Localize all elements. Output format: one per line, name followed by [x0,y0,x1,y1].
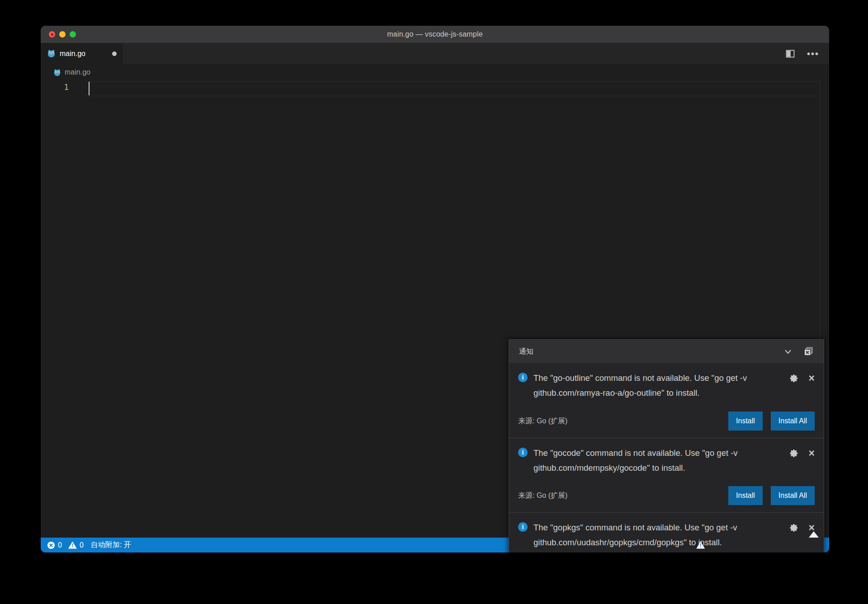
error-count: 0 [58,541,62,549]
notification-source: 来源: Go (扩展) [518,491,567,501]
notification-center: 通知 [509,339,824,552]
problems-indicator[interactable]: 0 0 [47,541,84,549]
editor-tab-bar: main.go ••• [41,43,829,64]
notifications-title: 通知 [519,347,533,356]
notification-message: The "gocode" command is not available. U… [533,445,783,475]
error-icon [47,541,55,549]
minimize-window-button[interactable] [59,31,66,37]
install-button[interactable]: Install [728,486,763,505]
text-cursor [89,82,90,95]
window-title: main.go — vscode-js-sample [387,30,483,38]
notification-source: 来源: Go (扩展) [518,417,567,426]
close-icon[interactable]: × [809,374,815,385]
unsaved-changes-dot[interactable] [112,52,117,56]
notification-item: i The "go-outline" command is not availa… [509,363,824,438]
info-icon: i [518,448,528,457]
auto-attach-toggle[interactable]: 自动附加: 开 [91,540,131,550]
go-gopher-icon [53,69,61,76]
notification-message: The "gopkgs" command is not available. U… [533,520,783,550]
close-icon[interactable]: × [809,449,815,460]
install-all-button[interactable]: Install All [771,412,815,431]
line-number: 1 [41,82,69,92]
gear-icon[interactable] [789,374,799,385]
traffic-lights [49,31,76,37]
chevron-down-icon[interactable] [783,346,793,356]
tab-label: main.go [60,50,85,58]
current-line-border [84,81,820,82]
warning-count: 0 [80,541,84,549]
more-actions-icon[interactable]: ••• [807,52,819,56]
gear-icon[interactable] [789,449,799,460]
current-line-border [84,96,820,96]
notification-item: i The "gocode" command is not available.… [509,438,824,512]
notification-message: The "go-outline" command is not availabl… [533,370,783,400]
vscode-window: main.go — vscode-js-sample main.go ••• [41,26,829,552]
go-gopher-icon [47,49,56,58]
tab-main-go[interactable]: main.go [41,43,123,64]
breadcrumb-file-label: main.go [65,68,90,76]
zoom-window-button[interactable] [70,31,76,37]
clear-all-notifications-icon[interactable] [803,346,814,357]
split-editor-icon[interactable] [785,49,795,59]
install-all-button[interactable]: Install All [771,486,815,505]
notification-center-header: 通知 [509,340,824,363]
info-icon: i [518,522,528,532]
title-bar: main.go — vscode-js-sample [41,26,829,43]
warning-icon [68,542,77,549]
gear-icon[interactable] [789,523,799,534]
breadcrumb[interactable]: main.go [41,64,829,80]
code-editor[interactable]: 1 通知 [41,80,829,538]
notification-panel-pointer [809,531,819,538]
close-window-button[interactable] [49,31,55,37]
info-icon: i [518,373,528,382]
install-button[interactable]: Install [728,412,763,431]
notification-item: i The "gopkgs" command is not available.… [509,512,824,552]
